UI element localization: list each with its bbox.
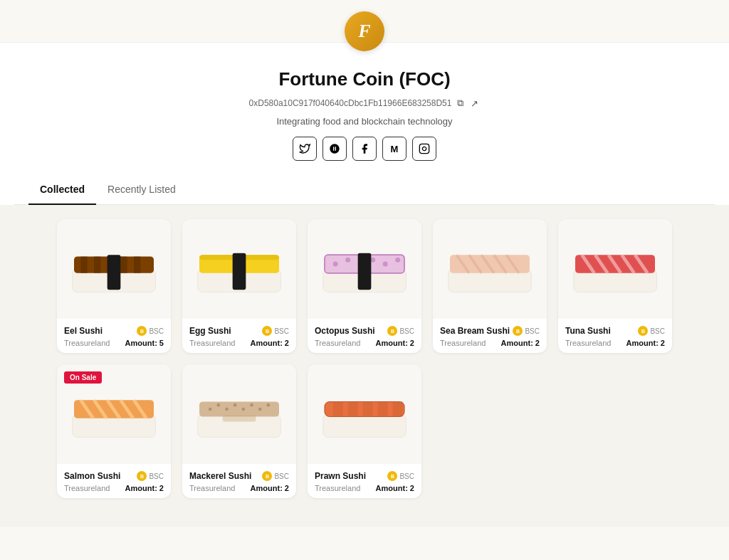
header-section: Fortune Coin (FOC) 0xD580a10C917f040640c… (0, 43, 729, 205)
nft-image-seabream (433, 219, 547, 319)
svg-rect-5 (94, 257, 100, 273)
address-row: 0xD580a10C917f040640cDbc1Fb11966E683258D… (14, 96, 715, 110)
nft-image-mackerel (182, 364, 296, 464)
amount-mackerel: Amount: 2 (251, 484, 289, 492)
platform-eel: Treasureland (64, 339, 110, 347)
svg-point-48 (225, 408, 229, 411)
nft-name-egg: Egg Sushi (189, 326, 231, 336)
nft-card-prawn[interactable]: Prawn Sushi B BSC Treasureland Amount: 2 (308, 364, 421, 498)
main-content: Eel Sushi B BSC Treasureland Amount: 5 (0, 205, 729, 527)
nft-image-eel (57, 219, 171, 319)
chain-badge-seabream: B BSC (513, 326, 540, 336)
nft-card-tuna[interactable]: Tuna Sushi B BSC Treasureland Amount: 2 (558, 219, 672, 353)
svg-rect-57 (333, 402, 343, 417)
nft-card-eel[interactable]: Eel Sushi B BSC Treasureland Amount: 5 (57, 219, 171, 353)
nft-image-egg (182, 219, 296, 319)
chain-badge-prawn: B BSC (387, 471, 414, 481)
amount-egg: Amount: 2 (251, 339, 289, 347)
opensea-link[interactable] (322, 137, 347, 161)
nft-name-salmon: Salmon Sushi (64, 471, 120, 481)
copy-address-button[interactable]: ⧉ (456, 96, 465, 110)
description-text: Integrating food and blockchain technolo… (14, 116, 715, 127)
svg-rect-60 (378, 402, 388, 417)
nft-grid-row1: Eel Sushi B BSC Treasureland Amount: 5 (57, 219, 672, 353)
amount-octopus: Amount: 2 (376, 339, 414, 347)
nft-info-eel: Eel Sushi B BSC Treasureland Amount: 5 (57, 319, 171, 353)
platform-mackerel: Treasureland (189, 484, 235, 492)
nft-info-mackerel: Mackerel Sushi B BSC Treasureland Amount… (182, 464, 296, 498)
nft-image-tuna (558, 219, 672, 319)
platform-egg: Treasureland (189, 339, 235, 347)
nft-name-eel: Eel Sushi (64, 326, 103, 336)
svg-point-20 (383, 262, 388, 267)
nft-card-egg[interactable]: Egg Sushi B BSC Treasureland Amount: 2 (182, 219, 296, 353)
amount-prawn: Amount: 2 (376, 484, 414, 492)
svg-rect-58 (348, 402, 358, 417)
amount-seabream: Amount: 2 (501, 339, 540, 347)
nft-card-salmon[interactable]: On Sale Salmon Sushi B BSC (57, 364, 171, 498)
svg-rect-4 (80, 257, 87, 273)
medium-link[interactable]: M (382, 137, 407, 161)
amount-tuna: Amount: 2 (626, 339, 665, 347)
platform-prawn: Treasureland (315, 484, 360, 492)
svg-point-50 (242, 408, 246, 411)
twitter-link[interactable] (293, 137, 317, 161)
svg-point-21 (395, 258, 400, 263)
svg-point-47 (217, 403, 221, 407)
instagram-link[interactable] (412, 137, 436, 161)
top-bar: F (0, 0, 729, 43)
svg-rect-59 (363, 402, 373, 417)
platform-tuna: Treasureland (565, 339, 611, 347)
nft-info-octopus: Octopus Sushi B BSC Treasureland Amount:… (308, 319, 421, 353)
tab-recently-listed[interactable]: Recently Listed (96, 175, 187, 205)
chain-badge-tuna: B BSC (638, 326, 665, 336)
nft-image-octopus (308, 219, 421, 319)
svg-rect-9 (107, 255, 121, 290)
svg-point-51 (250, 403, 253, 407)
chain-badge-salmon: B BSC (137, 471, 164, 481)
svg-point-53 (267, 403, 271, 407)
nft-info-prawn: Prawn Sushi B BSC Treasureland Amount: 2 (308, 464, 421, 498)
platform-octopus: Treasureland (315, 339, 360, 347)
nft-name-octopus: Octopus Sushi (315, 326, 375, 336)
nft-card-octopus[interactable]: Octopus Sushi B BSC Treasureland Amount:… (308, 219, 421, 353)
nft-name-seabream: Sea Bream Sushi (440, 326, 510, 336)
amount-salmon: Amount: 2 (125, 484, 164, 492)
nft-card-seabream[interactable]: Sea Bream Sushi B BSC Treasureland Amoun… (433, 219, 547, 353)
chain-badge-octopus: B BSC (387, 326, 414, 336)
svg-rect-8 (134, 257, 140, 273)
svg-rect-7 (120, 257, 127, 273)
nft-info-salmon: Salmon Sushi B BSC Treasureland Amount: … (57, 464, 171, 498)
nft-card-mackerel[interactable]: Mackerel Sushi B BSC Treasureland Amount… (182, 364, 296, 498)
chain-badge-mackerel: B BSC (262, 471, 289, 481)
nft-grid-row2: On Sale Salmon Sushi B BSC (57, 364, 672, 498)
nft-name-tuna: Tuna Sushi (565, 326, 611, 336)
svg-point-49 (234, 403, 237, 407)
on-sale-badge: On Sale (64, 371, 102, 384)
nft-info-seabream: Sea Bream Sushi B BSC Treasureland Amoun… (433, 319, 547, 353)
facebook-link[interactable] (352, 137, 377, 161)
logo-letter: F (358, 21, 370, 42)
tabs-container: Collected Recently Listed (14, 175, 715, 205)
page-title: Fortune Coin (FOC) (14, 68, 715, 90)
nft-info-tuna: Tuna Sushi B BSC Treasureland Amount: 2 (558, 319, 672, 353)
nft-info-egg: Egg Sushi B BSC Treasureland Amount: 2 (182, 319, 296, 353)
svg-rect-0 (419, 144, 429, 153)
share-button[interactable]: ↗ (469, 97, 480, 110)
amount-eel: Amount: 5 (125, 339, 164, 347)
wallet-address: 0xD580a10C917f040640cDbc1Fb11966E683258D… (249, 98, 452, 108)
chain-badge-eel: B BSC (137, 326, 164, 336)
svg-point-16 (333, 262, 338, 267)
logo: F (345, 11, 384, 51)
svg-point-17 (345, 258, 350, 263)
svg-rect-61 (393, 402, 403, 417)
svg-rect-22 (358, 253, 372, 290)
social-links: M (14, 137, 715, 161)
nft-name-prawn: Prawn Sushi (315, 471, 366, 481)
nft-name-mackerel: Mackerel Sushi (189, 471, 251, 481)
platform-seabream: Treasureland (440, 339, 486, 347)
tab-collected[interactable]: Collected (28, 175, 96, 205)
svg-point-46 (209, 408, 212, 411)
svg-rect-55 (323, 414, 407, 438)
chain-badge-egg: B BSC (262, 326, 289, 336)
